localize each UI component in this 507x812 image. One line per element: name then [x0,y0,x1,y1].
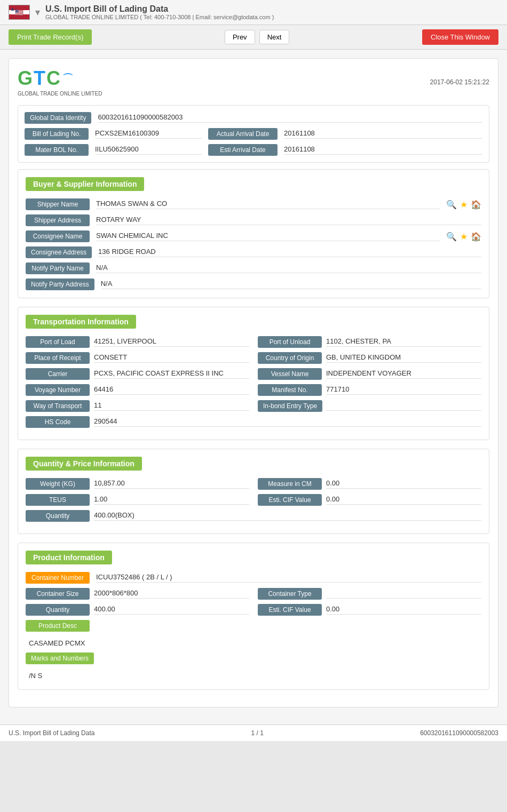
receipt-origin-row: Place of Receipt CONSETT Country of Orig… [26,352,481,364]
logo-g: G [18,67,33,90]
container-size-label: Container Size [26,588,90,600]
port-row: Port of Load 41251, LIVERPOOL Port of Un… [26,336,481,348]
weight-measure-row: Weight (KG) 10,857.00 Measure in CM 0.00 [26,478,481,490]
hs-code-row: HS Code 290544 [26,416,481,428]
product-desc-label: Product Desc [26,620,90,632]
top-header: 🇺🇸 ▾ U.S. Import Bill of Lading Data GLO… [0,0,507,25]
container-type-col: Container Type [258,588,481,600]
shipper-name-label: Shipper Name [26,198,90,210]
marks-numbers-row: /N S [26,668,481,682]
consignee-star-icon[interactable]: ★ [460,232,468,242]
mater-bol-value: IILU50625900 [95,145,202,155]
voyage-number-label: Voyage Number [26,384,90,396]
star-icon[interactable]: ★ [460,200,468,210]
consignee-address-row: Consignee Address 136 RIDGE ROAD [26,246,481,258]
buyer-supplier-header: Buyer & Supplier Information [26,177,481,198]
product-quantity-value: 400.00 [94,605,249,615]
main-card: G T C ⌒ GLOBAL TRADE ONLINE LIMITED 2017… [9,58,498,707]
country-origin-col: Country of Origin GB, UNITED KINGDOM [258,352,481,364]
measure-value: 0.00 [326,479,481,489]
port-of-load-value: 41251, LIVERPOOL [94,337,249,347]
shipper-address-label: Shipper Address [26,214,90,226]
prev-button[interactable]: Prev [225,30,255,44]
voyage-col: Voyage Number 64416 [26,384,249,396]
notify-party-address-row: Notify Party Address N/A [26,278,481,290]
print-button[interactable]: Print Trade Record(s) [9,29,92,45]
teus-cif-row: TEUS 1.00 Esti. CIF Value 0.00 [26,494,481,506]
shipper-name-row: Shipper Name THOMAS SWAN & CO 🔍 ★ 🏠 [26,198,481,210]
product-desc-row: CASAMED PCMX [26,636,481,652]
container-number-value: ICUU3752486 ( 2B / L / ) [96,573,481,583]
quantity-col: Quantity 400.00(BOX) [26,510,481,522]
container-size-type-row: Container Size 2000*806*800 Container Ty… [26,588,481,600]
esti-cif-col: Esti. CIF Value 0.00 [258,494,481,506]
measure-col: Measure in CM 0.00 [258,478,481,490]
way-of-transport-label: Way of Transport [26,400,90,412]
way-transport-col: Way of Transport 11 [26,400,249,412]
vessel-col: Vessel Name INDEPENDENT VOYAGER [258,368,481,380]
in-bond-col: In-bond Entry Type [258,400,481,412]
consignee-icons: 🔍 ★ 🏠 [446,232,481,242]
carrier-vessel-row: Carrier PCXS, PACIFIC COAST EXPRESS II I… [26,368,481,380]
consignee-address-label: Consignee Address [26,246,92,258]
notify-party-name-label: Notify Party Name [26,262,90,274]
container-type-value [326,589,481,599]
notify-party-address-value: N/A [101,280,481,289]
home-icon[interactable]: 🏠 [471,200,481,210]
buyer-supplier-section: Buyer & Supplier Information Shipper Nam… [18,169,489,298]
quantity-price-section: Quantity & Price Information Weight (KG)… [18,449,489,534]
footer-left: U.S. Import Bill of Lading Data [9,729,94,737]
subtitle: GLOBAL TRADE ONLINE LIMITED ( Tel: 400-7… [45,14,498,20]
shipper-icons: 🔍 ★ 🏠 [446,200,481,210]
global-data-value: 6003201611090000582003 [98,113,482,123]
vessel-name-label: Vessel Name [258,368,322,380]
quantity-row: Quantity 400.00(BOX) [26,510,481,522]
marks-numbers-label: Marks and Numbers [26,652,94,664]
esti-cif-label: Esti. CIF Value [258,494,322,506]
footer-right: 6003201611090000582003 [420,729,498,737]
hs-code-value: 290544 [94,417,481,427]
marks-numbers-value: /N S [29,672,42,680]
logo-t: T [34,67,45,90]
vessel-name-value: INDEPENDENT VOYAGER [326,369,481,379]
weight-label: Weight (KG) [26,478,90,490]
marks-numbers-label-row: Marks and Numbers [26,652,481,664]
close-button[interactable]: Close This Window [422,29,498,45]
measure-label: Measure in CM [258,478,322,490]
esti-cif-value: 0.00 [326,495,481,505]
product-esti-cif-label: Esti. CIF Value [258,604,322,616]
dropdown-arrow-icon[interactable]: ▾ [35,6,40,18]
way-of-transport-value: 11 [94,401,249,411]
quantity-value: 400.00(BOX) [94,511,481,521]
gto-logo: G T C ⌒ GLOBAL TRADE ONLINE LIMITED [18,67,102,97]
search-icon[interactable]: 🔍 [446,200,457,210]
esti-arrival-label: Esti Arrival Date [208,144,278,156]
notify-party-address-label: Notify Party Address [26,278,94,290]
title-area: U.S. Import Bill of Lading Data GLOBAL T… [45,4,498,20]
teus-col: TEUS 1.00 [26,494,249,506]
footer: U.S. Import Bill of Lading Data 1 / 1 60… [0,725,507,741]
container-type-label: Container Type [258,588,322,600]
place-receipt-col: Place of Receipt CONSETT [26,352,249,364]
mater-bol-row: Mater BOL No. IILU50625900 Esti Arrival … [25,144,482,156]
weight-value: 10,857.00 [94,479,249,489]
consignee-address-value: 136 RIDGE ROAD [98,248,481,257]
product-esti-cif-value: 0.00 [326,605,481,615]
consignee-home-icon[interactable]: 🏠 [471,232,481,242]
transportation-title: Transportation Information [26,315,136,329]
footer-center: 1 / 1 [251,729,264,737]
bol-row: Bill of Lading No. PCXS2EM16100309 Actua… [25,128,482,140]
carrier-value: PCXS, PACIFIC COAST EXPRESS II INC [94,369,249,379]
product-desc-label-row: Product Desc [26,620,481,632]
quantity-label: Quantity [26,510,90,522]
toolbar: Print Trade Record(s) Prev Next Close Th… [0,25,507,50]
logo-area: G T C ⌒ GLOBAL TRADE ONLINE LIMITED 2017… [18,67,489,97]
next-button[interactable]: Next [259,30,290,44]
hs-code-col: HS Code 290544 [26,416,481,428]
product-info-section: Product Information Container Number ICU… [18,543,489,690]
timestamp: 2017-06-02 15:21:22 [430,78,489,86]
product-info-title: Product Information [26,551,112,564]
esti-arrival-value: 20161108 [284,145,482,155]
shipper-address-row: Shipper Address ROTARY WAY [26,214,481,226]
consignee-search-icon[interactable]: 🔍 [446,232,457,242]
